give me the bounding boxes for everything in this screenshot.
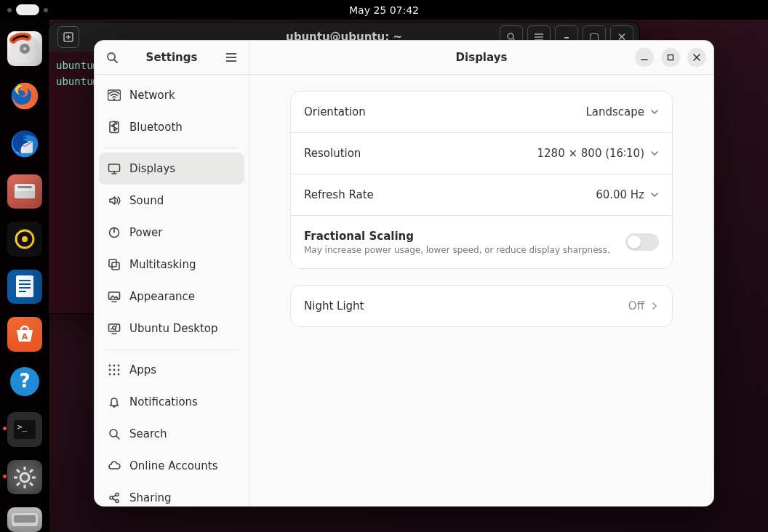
- svg-point-68: [118, 365, 120, 367]
- svg-rect-79: [668, 55, 673, 60]
- sidebar-item-sharing[interactable]: Sharing: [99, 482, 244, 506]
- sidebar-item-label: Sound: [129, 194, 237, 207]
- share-icon: [106, 491, 122, 504]
- apps-icon: [106, 363, 122, 376]
- chevron-down-icon: [650, 108, 659, 116]
- dock-app-rhythmbox[interactable]: [7, 222, 42, 257]
- sidebar-search-button[interactable]: [103, 49, 121, 66]
- sidebar-item-power[interactable]: Power: [99, 217, 244, 249]
- resolution-label: Resolution: [304, 147, 537, 160]
- dock: A ? >_: [0, 20, 49, 532]
- activities-dot[interactable]: [7, 8, 12, 12]
- sidebar-item-sound[interactable]: Sound: [99, 185, 244, 217]
- dock-app-files[interactable]: [7, 174, 42, 209]
- activities-pill[interactable]: [16, 4, 39, 15]
- svg-line-77: [113, 499, 116, 501]
- dock-app-firefox[interactable]: [7, 79, 42, 114]
- dock-app-writer[interactable]: [7, 270, 42, 305]
- sidebar-item-ubuntu[interactable]: Ubuntu Desktop: [99, 313, 244, 344]
- ubuntu-icon: [106, 322, 122, 335]
- window-maximize-button[interactable]: [661, 48, 680, 67]
- svg-point-63: [109, 369, 111, 371]
- svg-line-28: [17, 483, 20, 485]
- sidebar-item-label: Bluetooth: [129, 121, 237, 134]
- svg-point-9: [22, 236, 28, 242]
- sidebar-item-online[interactable]: Online Accounts: [99, 450, 244, 482]
- sidebar-item-notif[interactable]: Notifications: [99, 386, 244, 418]
- svg-rect-47: [109, 164, 120, 172]
- terminal-new-tab-button[interactable]: [57, 26, 79, 48]
- dock-app-installer[interactable]: [7, 31, 42, 66]
- refresh-rate-row[interactable]: Refresh Rate 60.00 Hz: [291, 174, 672, 215]
- svg-line-25: [17, 469, 20, 472]
- sidebar-item-appearance[interactable]: Appearance: [99, 281, 244, 313]
- svg-point-69: [118, 369, 120, 371]
- svg-rect-14: [19, 291, 26, 292]
- svg-line-76: [113, 495, 116, 497]
- dock-removable-drive[interactable]: [7, 507, 42, 532]
- dock-app-thunderbird[interactable]: [7, 126, 42, 161]
- svg-rect-30: [14, 515, 36, 523]
- sidebar-item-label: Displays: [129, 162, 237, 175]
- cloud-icon: [106, 459, 122, 472]
- svg-line-40: [114, 60, 117, 63]
- refresh-rate-label: Refresh Rate: [304, 188, 596, 201]
- sidebar-header: Settings: [95, 41, 249, 75]
- activities-dot[interactable]: [44, 8, 48, 12]
- chevron-down-icon: [650, 149, 659, 158]
- orientation-row[interactable]: Orientation Landscape: [291, 92, 672, 132]
- settings-sidebar: Settings NetworkBluetoothDisplaysSoundPo…: [95, 41, 249, 506]
- fractional-scaling-switch[interactable]: [625, 233, 659, 251]
- window-close-button[interactable]: [687, 48, 706, 67]
- dock-app-settings[interactable]: [7, 460, 42, 495]
- svg-point-20: [20, 473, 29, 482]
- svg-point-58: [116, 326, 118, 327]
- appearance-icon: [106, 290, 122, 303]
- bell-icon: [106, 395, 122, 408]
- svg-rect-53: [112, 262, 119, 270]
- dock-app-help[interactable]: ?: [7, 365, 42, 400]
- settings-window: Settings NetworkBluetoothDisplaysSoundPo…: [94, 40, 714, 507]
- svg-rect-7: [15, 191, 35, 198]
- night-light-card: Night Light Off: [290, 285, 673, 327]
- svg-point-59: [111, 329, 112, 330]
- clock[interactable]: May 25 07:42: [349, 4, 419, 16]
- svg-rect-6: [17, 186, 32, 188]
- sidebar-item-multitask[interactable]: Multitasking: [99, 249, 244, 281]
- top-panel: May 25 07:42: [0, 0, 768, 20]
- multitasking-icon: [106, 258, 122, 271]
- display-icon: [106, 162, 122, 175]
- search-icon: [106, 427, 122, 440]
- resolution-row[interactable]: Resolution 1280 × 800 (16∶10): [291, 132, 672, 174]
- dock-app-terminal[interactable]: >_: [7, 412, 42, 447]
- svg-point-66: [113, 369, 116, 371]
- sidebar-item-search[interactable]: Search: [99, 418, 244, 450]
- sidebar-item-displays[interactable]: Displays: [99, 153, 244, 185]
- orientation-value: Landscape: [585, 105, 644, 118]
- sidebar-item-label: Online Accounts: [129, 459, 237, 472]
- window-minimize-button[interactable]: [635, 48, 654, 67]
- svg-rect-56: [109, 324, 120, 331]
- speaker-icon: [106, 194, 122, 207]
- dock-app-software[interactable]: A: [7, 317, 42, 352]
- wifi-icon: [106, 89, 122, 102]
- resolution-value: 1280 × 800 (16∶10): [537, 147, 644, 160]
- svg-rect-11: [19, 280, 31, 281]
- svg-text:>_: >_: [17, 422, 28, 432]
- sidebar-item-apps[interactable]: Apps: [99, 354, 244, 386]
- svg-text:A: A: [22, 332, 28, 342]
- content-header: Displays: [249, 41, 713, 75]
- svg-point-62: [109, 365, 111, 367]
- sidebar-item-label: Multitasking: [129, 258, 237, 271]
- display-settings-card: Orientation Landscape Resolution 1280 × …: [290, 91, 673, 269]
- sidebar-item-label: Apps: [129, 363, 237, 376]
- sidebar-item-bluetooth[interactable]: Bluetooth: [99, 111, 244, 143]
- sidebar-menu-button[interactable]: [223, 49, 240, 66]
- sidebar-item-network[interactable]: Network: [99, 79, 244, 111]
- power-icon: [106, 226, 122, 239]
- fractional-scaling-sub: May increase power usage, lower speed, o…: [304, 245, 625, 255]
- svg-line-27: [30, 469, 33, 472]
- night-light-row[interactable]: Night Light Off: [291, 286, 672, 326]
- sidebar-title: Settings: [146, 51, 198, 64]
- svg-point-34: [508, 33, 513, 39]
